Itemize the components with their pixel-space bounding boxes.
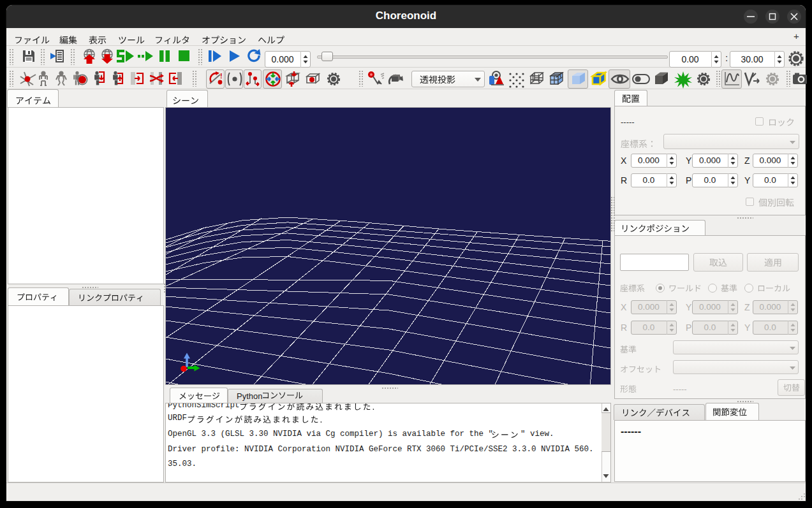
svg-text:!: !: [220, 72, 223, 80]
